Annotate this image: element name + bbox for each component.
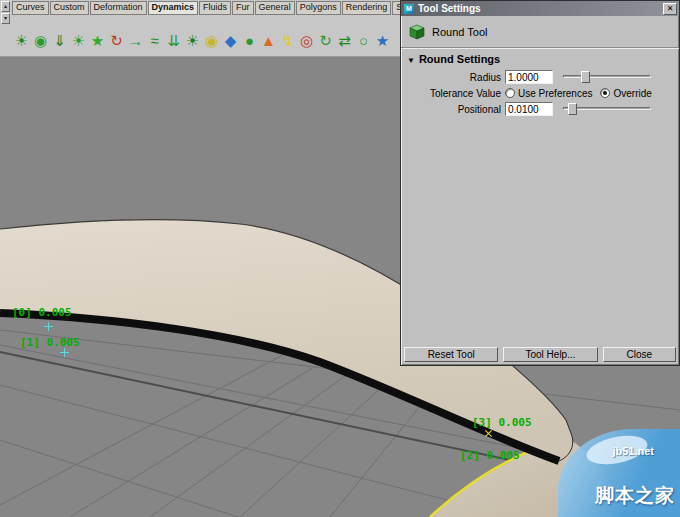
positional-label: Positional — [401, 104, 505, 115]
shelf-tab-general[interactable]: General — [255, 1, 295, 15]
gravity-field-icon[interactable]: ⇓ — [50, 27, 69, 54]
vertex-radius-label: [3] 0.005 — [472, 416, 532, 429]
positional-input[interactable] — [505, 102, 553, 116]
curve-flow-icon[interactable]: ↻ — [316, 27, 335, 54]
shelf-scroll-up-icon[interactable]: ▴ — [1, 1, 10, 12]
shelf: ▴ ▾ CurvesCustomDeformationDynamicsFluid… — [0, 0, 400, 57]
surface-flow-icon[interactable]: ⇄ — [335, 27, 354, 54]
watermark-site: jb51.net — [612, 445, 654, 457]
fire-effect-icon[interactable]: ▲ — [259, 27, 278, 54]
particle-collision-icon[interactable]: ● — [240, 27, 259, 54]
use-preferences-label[interactable]: Use Preferences — [518, 88, 592, 99]
positional-row: Positional — [401, 101, 679, 117]
window-title: Tool Settings — [418, 3, 663, 14]
tool-help-button[interactable]: Tool Help... — [503, 347, 597, 362]
shelf-tab-subdivs[interactable]: Subdivs — [392, 1, 400, 15]
shatter-effect-icon[interactable]: ◎ — [297, 27, 316, 54]
radius-label: Radius — [401, 72, 505, 83]
goal-icon[interactable]: ★ — [373, 27, 392, 54]
collapse-triangle-icon[interactable]: ▼ — [407, 56, 415, 65]
shelf-tab-fluids[interactable]: Fluids — [199, 1, 231, 15]
radial-field-icon[interactable]: ★ — [88, 27, 107, 54]
shelf-icon-row: ☀◉⇓☀★↻→≈⇊☀◉◆●▲↯◎↻⇄○★ — [12, 27, 392, 54]
shelf-tab-fur[interactable]: Fur — [232, 1, 254, 15]
window-button-row: Reset Tool Tool Help... Close — [404, 347, 676, 362]
shelf-tab-arrows: ▴ ▾ — [1, 1, 11, 25]
vertex-marker-icon[interactable] — [60, 348, 69, 357]
particle-fan-icon[interactable]: ☀ — [12, 27, 31, 54]
tolerance-label: Tolerance Value — [401, 88, 505, 99]
newton-field-icon[interactable]: ☀ — [69, 27, 88, 54]
override-radio[interactable] — [600, 88, 610, 98]
emit-from-object-icon[interactable]: ◉ — [202, 27, 221, 54]
shelf-scroll-down-icon[interactable]: ▾ — [1, 13, 10, 24]
tool-name-label: Round Tool — [432, 26, 487, 38]
round-settings-section-header[interactable]: ▼Round Settings — [407, 53, 679, 65]
maya-window-icon: M — [404, 4, 414, 14]
radius-slider[interactable] — [563, 70, 651, 84]
section-title: Round Settings — [419, 53, 500, 65]
shelf-tab-polygons[interactable]: Polygons — [296, 1, 341, 15]
shelf-tab-custom[interactable]: Custom — [50, 1, 89, 15]
tool-settings-window: M Tool Settings ✕ Round Tool ▼Round Sett… — [400, 0, 680, 366]
vortex-field-icon[interactable]: ↻ — [107, 27, 126, 54]
uniform-field-icon[interactable]: ☀ — [183, 27, 202, 54]
override-label[interactable]: Override — [613, 88, 651, 99]
use-preferences-radio[interactable] — [505, 88, 515, 98]
positional-slider[interactable] — [563, 102, 651, 116]
close-tool-button[interactable]: Close — [603, 347, 676, 362]
reset-tool-button[interactable]: Reset Tool — [404, 347, 498, 362]
shelf-tab-dynamics[interactable]: Dynamics — [148, 1, 199, 15]
particle-tool-icon[interactable]: ○ — [354, 27, 373, 54]
create-emitter-icon[interactable]: ◉ — [31, 27, 50, 54]
shelf-tab-deformation[interactable]: Deformation — [90, 1, 147, 15]
slider-track[interactable] — [563, 75, 651, 78]
slider-thumb[interactable] — [581, 71, 590, 83]
turbulence-field-icon[interactable]: ⇊ — [164, 27, 183, 54]
vertex-radius-label: [0] 0.005 — [12, 306, 72, 319]
vertex-radius-label: [1] 0.005 — [20, 336, 80, 349]
shelf-tabs: CurvesCustomDeformationDynamicsFluidsFur… — [12, 1, 400, 15]
round-tool-cube-icon — [409, 24, 425, 40]
tool-settings-titlebar[interactable]: M Tool Settings ✕ — [401, 1, 679, 16]
make-collide-icon[interactable]: ◆ — [221, 27, 240, 54]
slider-thumb[interactable] — [568, 103, 577, 115]
vertex-radius-label: [2] 0.005 — [460, 449, 520, 462]
air-field-icon[interactable]: → — [126, 27, 145, 54]
close-window-button[interactable]: ✕ — [663, 3, 677, 15]
separator — [401, 47, 679, 49]
watermark-brand: 脚本之家 — [595, 483, 675, 509]
shelf-tab-rendering[interactable]: Rendering — [342, 1, 392, 15]
tolerance-row: Tolerance Value Use Preferences Override — [401, 85, 679, 101]
radius-row: Radius — [401, 69, 679, 85]
lightning-effect-icon[interactable]: ↯ — [278, 27, 297, 54]
maya-window: [0] 0.005[1] 0.005[3] 0.005[2] 0.005 ▴ ▾… — [0, 0, 680, 517]
radius-input[interactable] — [505, 70, 553, 84]
shelf-tab-curves[interactable]: Curves — [12, 1, 49, 15]
tool-header-row: Round Tool — [409, 24, 679, 40]
drag-field-icon[interactable]: ≈ — [145, 27, 164, 54]
vertex-marker-icon[interactable] — [44, 322, 53, 331]
